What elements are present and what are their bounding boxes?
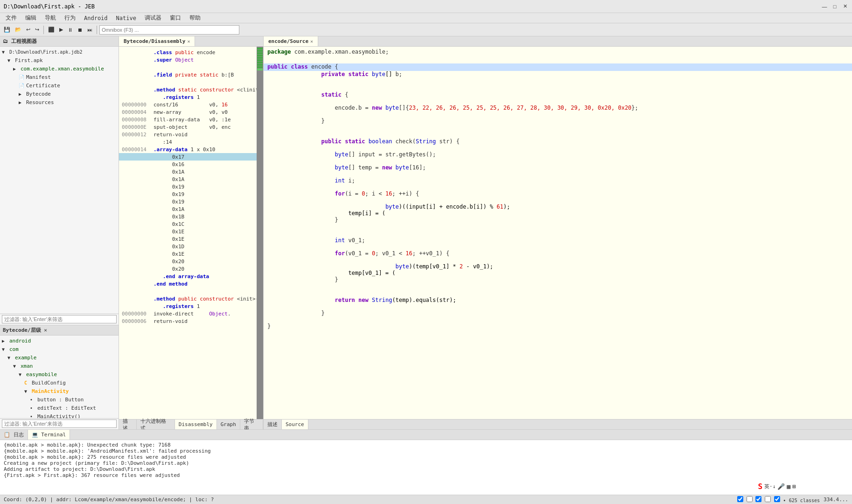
hier-easymobile[interactable]: ▼ easymobile: [0, 370, 119, 378]
toolbar-btn-3[interactable]: ↩: [24, 26, 32, 34]
window-controls[interactable]: — □ ✕: [821, 3, 848, 10]
toolbar-btn-9[interactable]: ⏭: [85, 26, 94, 34]
status-cb2[interactable]: [747, 496, 753, 502]
tab-terminal[interactable]: 💻 Terminal: [28, 430, 70, 440]
tab-hex[interactable]: 十六进制格式: [137, 420, 175, 429]
tab-bytecode-disassembly[interactable]: Bytecode/Disassembly ✕: [119, 36, 195, 46]
source-code-view[interactable]: package com.example.xman.easymobile; pub…: [264, 47, 852, 419]
tree-item-resources[interactable]: ▶ Resources: [0, 98, 119, 106]
hier-mainactivity[interactable]: ▼ MainActivity: [0, 387, 119, 395]
menu-edit[interactable]: 编辑: [21, 13, 40, 23]
src-line-10: int i;: [264, 177, 852, 190]
toolbar-btn-7[interactable]: ⏸: [66, 26, 75, 34]
hier-example[interactable]: ▼ example: [0, 353, 119, 362]
menu-navigate[interactable]: 导航: [41, 13, 60, 23]
toolbar-btn-8[interactable]: ⏹: [76, 26, 84, 34]
bytecode-line-15: 0x1A: [119, 168, 257, 175]
filter-input-top[interactable]: [2, 315, 117, 323]
minimize-button[interactable]: —: [821, 3, 828, 10]
filter-input-bottom[interactable]: [2, 420, 117, 428]
menu-android[interactable]: Android: [80, 14, 112, 22]
hier-xman[interactable]: ▼ xman: [0, 362, 119, 370]
source-bottom-tabs: 描述 Source: [264, 419, 852, 429]
minimap-block: [257, 52, 263, 54]
menu-native[interactable]: Native: [112, 14, 140, 22]
tree-item-cert[interactable]: 📄 Certificate: [0, 81, 119, 90]
tree-item-manifest[interactable]: 📄 Manifest: [0, 73, 119, 81]
project-tree[interactable]: ▼ D:\Download\First.apk.jdb2 ▼ First.apk…: [0, 47, 119, 314]
src-line-3: private static byte[] b;: [264, 71, 852, 84]
maximize-button[interactable]: □: [831, 3, 838, 10]
menu-file[interactable]: 文件: [2, 13, 21, 23]
hier-easymobile-label: easymobile: [26, 371, 57, 378]
hier-button[interactable]: • button : Button: [0, 395, 119, 404]
tree-item-label: D:\Download\First.apk.jdb2: [9, 49, 83, 55]
bytecode-line-blank2: [119, 78, 257, 86]
status-cb5[interactable]: [774, 496, 780, 502]
tab-source-close[interactable]: ✕: [310, 39, 313, 44]
status-cb4[interactable]: [765, 496, 771, 502]
toolbar-btn-4[interactable]: ↪: [33, 26, 41, 34]
status-bar: Coord: (0,2,0) | addr: Lcom/example/xman…: [0, 495, 852, 504]
bytecode-hier-tree[interactable]: ▶ android ▼ com ▼ example: [0, 336, 119, 418]
tree-item-pkg[interactable]: ▶ com.example.xman.easymobile: [0, 64, 119, 73]
minimap-block: [257, 57, 263, 59]
status-cb3[interactable]: [755, 496, 761, 502]
hier-mainactivity-init[interactable]: • MainActivity(): [0, 412, 119, 418]
status-coords: Coord: (0,2,0) | addr: Lcom/example/xman…: [4, 497, 214, 503]
hier-buildconfig[interactable]: C BuildConfig: [0, 378, 119, 387]
tab-log[interactable]: 📋 日志: [0, 430, 28, 440]
toolbar-btn-5[interactable]: ⬛: [46, 26, 56, 34]
close-button[interactable]: ✕: [842, 3, 848, 10]
status-cb1[interactable]: [737, 496, 743, 502]
expand-icon-xman: ▼: [13, 364, 20, 369]
bytecode-minimap: [257, 47, 263, 419]
bytecode-tab-bar: Bytecode/Disassembly ✕: [119, 36, 263, 47]
source-tab-source-label: Source: [286, 421, 304, 427]
tab-disassembly[interactable]: Disassembly: [175, 420, 217, 429]
tab-desc[interactable]: 描述: [119, 420, 137, 429]
hier-edittext[interactable]: • editText : EditText: [0, 404, 119, 412]
method-icon-init: •: [30, 414, 36, 419]
src-line-blank2: [264, 84, 852, 91]
src-line-8: byte[] input = str.getBytes();: [264, 151, 852, 164]
source-tab-desc[interactable]: 描述: [264, 420, 282, 429]
menu-debugger[interactable]: 调试器: [141, 13, 165, 23]
tree-item-pkg-label: com.example.xman.easymobile: [21, 66, 104, 72]
bytecode-line-10: 00000012 return-void: [119, 131, 257, 138]
expand-icon: ▼: [2, 49, 8, 55]
expand-icon-resources: ▶: [19, 100, 25, 105]
tab-graph[interactable]: Graph: [217, 420, 240, 429]
menu-window[interactable]: 窗口: [166, 13, 185, 23]
tree-item-apk[interactable]: ▼ First.apk: [0, 56, 119, 64]
tab-source[interactable]: encode/Source ✕: [264, 36, 318, 46]
terminal-view[interactable]: {mobile.apk > mobile.apk}: Unexpected ch…: [0, 440, 852, 495]
tab-bytecode-close[interactable]: ✕: [187, 39, 190, 44]
hier-android[interactable]: ▶ android: [0, 336, 119, 345]
omnibox-input[interactable]: [99, 25, 239, 35]
src-line-4: static {: [264, 91, 852, 105]
toolbar-btn-2[interactable]: 📂: [13, 26, 23, 34]
menu-action[interactable]: 行为: [61, 13, 79, 23]
hier-xman-label: xman: [21, 363, 33, 369]
bytecode-line-18: 0x19: [119, 190, 257, 198]
menu-help[interactable]: 帮助: [186, 13, 204, 23]
toolbar-btn-6[interactable]: ▶: [57, 26, 65, 34]
minimap-block-active: [257, 69, 263, 70]
bytecode-bottom-tabs: 描述 十六进制格式 Disassembly Graph 字节串: [119, 419, 263, 429]
tab-bytestr[interactable]: 字节串: [240, 420, 263, 429]
bytecode-line-7: 00000004 new-array v0, v0: [119, 108, 257, 116]
bytecode-code-view[interactable]: .class public encode .super Object: [119, 47, 257, 419]
toolbar-sep-1: [43, 26, 44, 34]
tree-item-bytecode[interactable]: ▶ Bytecode: [0, 90, 119, 98]
toolbar-btn-1[interactable]: 💾: [2, 26, 12, 34]
bytecode-line-19: 0x19: [119, 198, 257, 205]
tree-item-root[interactable]: ▼ D:\Download\First.apk.jdb2: [0, 48, 119, 56]
hier-com[interactable]: ▼ com: [0, 345, 119, 353]
terminal-line-5: Adding artifact to project: D:\Download\…: [4, 466, 848, 472]
tree-item-bytecode-label: Bytecode: [26, 91, 51, 97]
terminal-line-1: {mobile.apk > mobile.apk}: Unexpected ch…: [4, 442, 848, 448]
src-line-15: for(v0_1 = 0; v0_1 < 16; ++v0_1) {: [264, 250, 852, 263]
bytecode-line-blank3: [119, 287, 257, 295]
source-tab-source[interactable]: Source: [282, 420, 308, 429]
